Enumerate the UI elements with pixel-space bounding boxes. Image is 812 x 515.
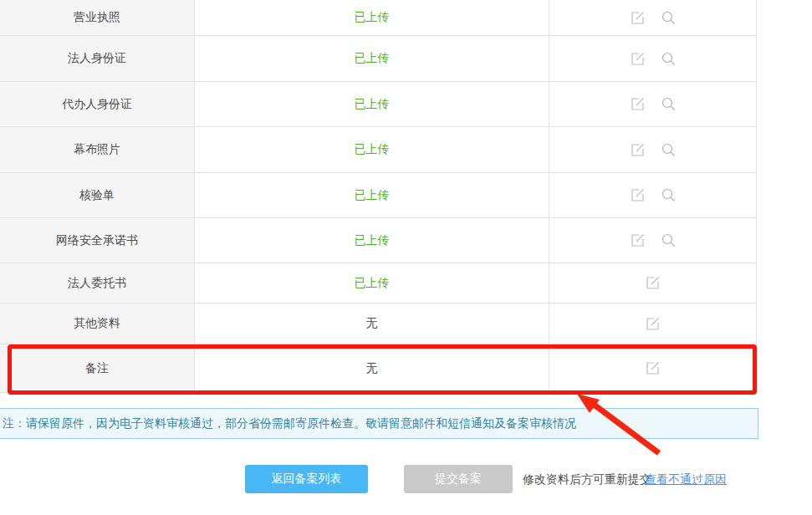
magnifier-icon[interactable] xyxy=(661,96,677,112)
edit-icon[interactable] xyxy=(630,96,646,112)
view-rejection-reason-link[interactable]: 查看不通过原因 xyxy=(645,465,727,493)
status-text: 已上传 xyxy=(195,127,549,172)
status-text: 已上传 xyxy=(195,218,549,263)
table-row: 法人身份证 已上传 xyxy=(0,36,757,82)
row-label: 幕布照片 xyxy=(0,127,195,172)
submit-filing-button[interactable]: 提交备案 xyxy=(404,465,513,493)
table-row-remark: 备注 无 xyxy=(0,344,757,393)
magnifier-icon[interactable] xyxy=(661,232,677,248)
back-to-list-button[interactable]: 返回备案列表 xyxy=(245,465,368,493)
magnifier-icon[interactable] xyxy=(661,10,677,26)
edit-icon[interactable] xyxy=(645,275,661,291)
resubmit-hint-text: 修改资料后方可重新提交 xyxy=(523,465,651,493)
table-row: 核验单 已上传 xyxy=(0,173,757,218)
status-text: 已上传 xyxy=(195,173,549,217)
magnifier-icon[interactable] xyxy=(661,187,677,203)
edit-icon[interactable] xyxy=(630,187,646,203)
magnifier-icon[interactable] xyxy=(661,51,677,67)
status-text: 已上传 xyxy=(195,36,549,81)
status-text: 已上传 xyxy=(195,82,549,126)
table-row: 营业执照 已上传 xyxy=(0,0,757,36)
row-label: 核验单 xyxy=(0,173,195,217)
status-text: 无 xyxy=(195,344,549,392)
edit-icon[interactable] xyxy=(630,10,646,26)
edit-icon[interactable] xyxy=(630,232,646,248)
row-label: 备注 xyxy=(0,344,195,392)
document-table: 营业执照 已上传 法人身份证 已上传 代办人身份证 已上传 幕布照片 已上传 核… xyxy=(0,0,757,393)
magnifier-icon[interactable] xyxy=(661,142,677,158)
note-bar: 注：请保留原件，因为电子资料审核通过，部分省份需邮寄原件检查。敬请留意邮件和短信… xyxy=(0,408,758,439)
row-label: 法人委托书 xyxy=(0,263,195,303)
status-text: 无 xyxy=(195,303,549,344)
edit-icon[interactable] xyxy=(630,142,646,158)
edit-icon[interactable] xyxy=(645,316,661,332)
row-label: 营业执照 xyxy=(0,0,195,35)
footer-actions: 返回备案列表 提交备案 修改资料后方可重新提交 查看不通过原因 xyxy=(0,465,812,493)
table-row: 法人委托书 已上传 xyxy=(0,263,757,303)
status-text: 已上传 xyxy=(195,263,549,303)
table-row: 其他资料 无 xyxy=(0,303,757,344)
table-row: 幕布照片 已上传 xyxy=(0,127,757,173)
row-label: 代办人身份证 xyxy=(0,82,195,126)
table-row: 网络安全承诺书 已上传 xyxy=(0,218,757,263)
note-text: 注：请保留原件，因为电子资料审核通过，部分省份需邮寄原件检查。敬请留意邮件和短信… xyxy=(0,416,576,431)
row-label: 其他资料 xyxy=(0,303,195,344)
row-label: 法人身份证 xyxy=(0,36,195,81)
row-label: 网络安全承诺书 xyxy=(0,218,195,263)
table-row: 代办人身份证 已上传 xyxy=(0,82,757,127)
edit-icon[interactable] xyxy=(630,51,646,67)
edit-icon[interactable] xyxy=(645,360,661,376)
status-text: 已上传 xyxy=(195,0,549,35)
